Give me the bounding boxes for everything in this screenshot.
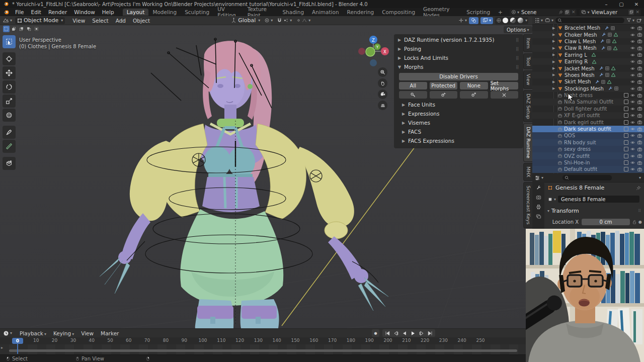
orientation-dropdown[interactable]: Global ▾ xyxy=(229,17,262,24)
disable-render-icon[interactable] xyxy=(637,100,642,105)
disable-render-icon[interactable] xyxy=(637,133,642,138)
scene-selector[interactable]: ▾ Scene ✕ xyxy=(510,9,577,16)
hide-viewport-icon[interactable] xyxy=(630,167,635,171)
expand-arrow-icon[interactable]: ▶ xyxy=(552,33,557,37)
outliner-row[interactable]: OVZ outfit xyxy=(532,152,644,159)
daz-section-daz[interactable]: ▶DAZ Runtime (version 1.7.2.1935)⣿ xyxy=(394,35,523,44)
properties-tab-render[interactable] xyxy=(536,195,541,200)
outliner-row[interactable]: Doll fighter outfit xyxy=(532,106,644,112)
expand-arrow-icon[interactable]: ▶ xyxy=(552,73,557,77)
auto-keying-button[interactable]: ● xyxy=(372,329,379,337)
disable-render-icon[interactable] xyxy=(637,160,642,165)
outliner-row[interactable]: ▶Shoes Mesh xyxy=(532,72,644,78)
copy-scene-icon[interactable] xyxy=(565,10,570,15)
rotate-tool-button[interactable] xyxy=(3,80,16,94)
pan-view-button[interactable] xyxy=(378,78,387,88)
outliner-row[interactable]: Dark egirl outfit xyxy=(532,119,644,125)
hide-viewport-icon[interactable] xyxy=(630,86,635,91)
pin-icon[interactable] xyxy=(558,10,563,15)
expand-arrow-icon[interactable]: ▶ xyxy=(552,53,557,57)
properties-tab-tool[interactable] xyxy=(536,185,541,191)
app-menu-edit[interactable]: Edit xyxy=(28,9,45,15)
shading-rendered-icon[interactable] xyxy=(517,18,524,23)
daz-section-locks[interactable]: ▶Locks And Limits⣿ xyxy=(394,53,523,62)
daz-subsection-facs-expressions[interactable]: ▶FACS Expressions xyxy=(394,136,523,145)
exclude-checkbox[interactable] xyxy=(624,167,628,171)
daz-subsection-face-units[interactable]: ▶Face Units xyxy=(394,100,523,109)
exclude-checkbox[interactable] xyxy=(624,154,628,158)
properties-search-field[interactable] xyxy=(562,175,612,180)
timeline-menu-playback[interactable]: Playback▾ xyxy=(16,330,50,336)
timeline-menu-keying[interactable]: Keying▾ xyxy=(50,330,77,336)
timeline-scrollbar[interactable] xyxy=(9,349,517,352)
daz-section-posing[interactable]: ▶Posing⣿ xyxy=(394,44,523,53)
exclude-checkbox[interactable] xyxy=(624,120,628,125)
copy-viewlayer-icon[interactable] xyxy=(628,10,634,15)
proportional-edit-dropdown[interactable]: ▾ xyxy=(294,17,312,24)
workspace-tab-modeling[interactable]: Modeling xyxy=(148,9,181,16)
disable-render-icon[interactable] xyxy=(637,26,642,31)
new-collection-icon[interactable] xyxy=(636,18,642,23)
pivot-dropdown[interactable]: ▾ xyxy=(262,17,275,24)
expand-arrow-icon[interactable]: ▶ xyxy=(552,46,557,50)
jump-start-button[interactable] xyxy=(383,330,391,336)
outliner-row[interactable]: ▶Choker Mesh xyxy=(532,31,644,38)
playhead-frame-badge[interactable]: 0 xyxy=(12,338,23,344)
hide-viewport-icon[interactable] xyxy=(630,33,635,37)
workspace-tab-layout[interactable]: Layout xyxy=(123,9,149,16)
workspace-tab-sculpting[interactable]: Sculpting xyxy=(181,9,213,16)
daz-section-morphs[interactable]: ▼Morphs⣿ xyxy=(394,62,523,71)
disable-render-icon[interactable] xyxy=(637,66,642,71)
sidebar-tab-mhx[interactable]: MHX xyxy=(523,163,532,181)
properties-editor-type-icon[interactable] xyxy=(534,175,540,181)
hide-viewport-icon[interactable] xyxy=(630,127,635,131)
app-menu-help[interactable]: Help xyxy=(99,9,118,15)
sidebar-tab-tool[interactable]: Tool xyxy=(523,53,532,69)
properties-tab-view-layer[interactable] xyxy=(536,214,541,219)
disable-render-icon[interactable] xyxy=(637,153,642,158)
hide-viewport-icon[interactable] xyxy=(630,59,635,64)
disable-render-icon[interactable] xyxy=(637,52,642,57)
hide-viewport-icon[interactable] xyxy=(630,154,635,158)
hide-viewport-icon[interactable] xyxy=(630,79,635,84)
sidebar-tab-view[interactable]: View xyxy=(523,70,532,89)
workspace-tab-rendering[interactable]: Rendering xyxy=(343,9,378,16)
editor-type-icon[interactable] xyxy=(3,17,9,24)
hide-viewport-icon[interactable] xyxy=(630,66,635,71)
outliner-row[interactable]: RN body suit xyxy=(532,139,644,146)
outliner-row[interactable]: Nika Samurai Outfit xyxy=(532,99,644,105)
exclude-checkbox[interactable] xyxy=(624,113,628,118)
hide-viewport-icon[interactable] xyxy=(630,160,635,165)
key-plus-button[interactable] xyxy=(430,91,458,99)
timeline-menu-marker[interactable]: Marker xyxy=(97,330,122,336)
disable-render-icon[interactable] xyxy=(637,167,642,172)
hide-viewport-icon[interactable] xyxy=(630,26,635,30)
shading-solid-icon[interactable] xyxy=(502,18,509,23)
hide-viewport-icon[interactable] xyxy=(630,107,635,111)
filter-icon[interactable] xyxy=(626,18,631,23)
outliner-display-mode-icon[interactable] xyxy=(545,18,550,23)
transform-tool-button[interactable] xyxy=(3,109,16,122)
hide-viewport-icon[interactable] xyxy=(630,39,635,44)
viewport-menu-select[interactable]: Select xyxy=(89,18,112,24)
disable-render-icon[interactable] xyxy=(637,86,642,91)
options-dropdown[interactable]: Options▾ xyxy=(504,26,532,33)
disable-render-icon[interactable] xyxy=(637,106,642,111)
hide-viewport-icon[interactable] xyxy=(630,113,635,118)
outliner-row[interactable]: sexy dress xyxy=(532,146,644,152)
exclude-checkbox[interactable] xyxy=(624,127,628,131)
expand-arrow-icon[interactable]: ▶ xyxy=(552,39,557,43)
app-menu-window[interactable]: Window xyxy=(70,9,98,15)
outliner-row[interactable]: Default outfit xyxy=(532,166,644,172)
disable-render-icon[interactable] xyxy=(637,59,642,64)
overlays-toggle[interactable] xyxy=(469,17,478,24)
hide-viewport-icon[interactable] xyxy=(630,120,635,125)
app-menu-render[interactable]: Render xyxy=(45,9,70,15)
exclude-checkbox[interactable] xyxy=(624,133,628,138)
disable-render-icon[interactable] xyxy=(637,79,642,84)
exclude-checkbox[interactable] xyxy=(624,160,628,165)
hide-viewport-icon[interactable] xyxy=(630,53,635,57)
outliner-row[interactable]: Night dress xyxy=(532,92,644,99)
viewport-menu-view[interactable]: View xyxy=(69,18,89,24)
disable-render-icon[interactable] xyxy=(637,127,642,132)
